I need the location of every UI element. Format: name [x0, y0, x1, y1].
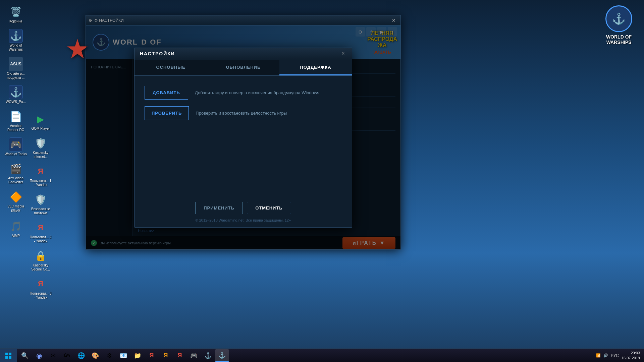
apply-button[interactable]: ПРИМЕНИТЬ [195, 202, 243, 214]
desktop: ★ 🗑️ Корзина ⚓ World of Warships ASUS Он… [0, 0, 644, 362]
taskbar-wot-button[interactable]: 🎮 [187, 349, 201, 362]
desktop-icon-yandex3[interactable]: Я Пользоват... 3 - Yandex [28, 276, 53, 301]
wows-large-title: WORLD OF WARSHIPS [597, 34, 641, 45]
dialog-divider [135, 190, 352, 190]
dialog-close-button[interactable]: × [340, 50, 346, 57]
taskbar-files-button[interactable]: 📁 [131, 349, 144, 362]
desktop-icon-yandex2[interactable]: Я Пользоват... 2 - Yandex [28, 219, 53, 245]
desktop-icon-asus[interactable]: ASUS Онлайн-р... продукта ... [3, 56, 28, 81]
desktop-icon-wows[interactable]: ⚓ World of Warships [3, 27, 28, 53]
mail-icon: ✉ [51, 352, 56, 359]
tab-osnovnie[interactable]: ОСНОВНЫЕ [135, 60, 207, 75]
wows-pu-label: WOWS_Pu... [6, 100, 25, 104]
taskbar-icons: 🔍 ◉ ✉ 🛍 🌐 🎨 ⚙ 📧 📁 [17, 349, 592, 362]
asus-label: Онлайн-р... продукта ... [5, 72, 27, 80]
launcher-settings-title: ⚙ НАСТРОЙКИ [94, 18, 124, 23]
desktop-icon-world-of-tanks[interactable]: 🎮 World of Tanks [3, 136, 28, 158]
store-icon: 🛍 [64, 352, 70, 359]
acrobat-icon: 📄 [9, 109, 23, 123]
settings-gear-icon: ⚙ [107, 352, 112, 359]
taskbar-wows1-button[interactable]: ⚓ [201, 349, 215, 362]
desktop-icon-vlc[interactable]: 🔶 VLC media player [3, 188, 28, 214]
taskbar-yandex2-button[interactable]: Я [159, 349, 172, 362]
kaspersky-icon: 🛡️ [34, 136, 48, 150]
yandex2-taskbar-icon: Я [164, 352, 168, 359]
yandex2-label: Пользоват... 2 - Yandex [30, 235, 52, 243]
svg-rect-1 [9, 353, 11, 355]
yandex-taskbar-icon: Я [150, 352, 154, 359]
add-button[interactable]: ДОБАВИТЬ [145, 86, 188, 100]
kaspersky-label: Kaspersky Internet... [30, 151, 52, 159]
taskbar: 🔍 ◉ ✉ 🛍 🌐 🎨 ⚙ 📧 📁 [0, 349, 644, 362]
dialog-body: ДОБАВИТЬ Добавить игру и лончер в исключ… [135, 76, 352, 183]
wows2-taskbar-icon: ⚓ [218, 352, 226, 359]
taskbar-mail-button[interactable]: ✉ [46, 349, 60, 362]
edge-icon: 🌐 [77, 352, 85, 359]
tab-podderzhka[interactable]: ПОДДЕРЖКА [279, 60, 352, 75]
taskbar-right: 📶 🔊 РУС 20:03 16.07.2019 [592, 351, 644, 360]
taskbar-clock[interactable]: 20:03 16.07.2019 [622, 351, 640, 360]
desktop-icon-gom[interactable]: ▶ GOM Player [28, 111, 53, 132]
yandex3-icon: Я [34, 277, 48, 291]
wows-pu-icon: ⚓ [9, 85, 23, 99]
paint-icon: 🎨 [92, 352, 99, 359]
acrobat-label: Acrobat Reader DC [5, 124, 27, 132]
desktop-icon-any-video[interactable]: 🎬 Any Video Converter [3, 160, 28, 186]
launcher-window: ⚙ ⚙ НАСТРОЙКИ — ✕ ⚓ WORL D OF ЛЕТНЯЯРАСП… [86, 15, 401, 250]
wows-desktop-label: World of Warships [5, 44, 27, 52]
kaspersky-secure-label: Kaspersky Secure Co... [30, 263, 52, 272]
bezopas-label: Безопасные платежи [30, 207, 52, 215]
launcher-titlebar: ⚙ ⚙ НАСТРОЙКИ — ✕ [86, 15, 400, 25]
taskbar-edge-button[interactable]: 🌐 [74, 349, 88, 362]
recycle-bin-label: Корзина [9, 19, 22, 23]
taskbar-store-button[interactable]: 🛍 [60, 349, 74, 362]
start-button[interactable] [0, 349, 17, 362]
taskbar-settings-button[interactable]: ⚙ [103, 349, 116, 362]
vlc-icon: 🔶 [9, 190, 23, 204]
add-description: Добавить игру и лончер в исключения бран… [195, 90, 319, 95]
taskbar-paint-button[interactable]: 🎨 [89, 349, 102, 362]
launcher-minimize-button[interactable]: — [380, 17, 388, 24]
vlc-label: VLC media player [5, 204, 27, 213]
kaspersky-secure-icon: 🔒 [34, 249, 48, 263]
desktop-icon-kaspersky[interactable]: 🛡️ Kaspersky Internet... [28, 135, 53, 160]
launcher-titlebar-controls: — ✕ [380, 17, 398, 24]
taskbar-email-button[interactable]: 📧 [117, 349, 130, 362]
desktop-icon-bezopas[interactable]: 🛡️ Безопасные платежи [28, 191, 53, 217]
bezopas-icon: 🛡️ [34, 192, 48, 206]
taskbar-wows2-button[interactable]: ⚓ [215, 349, 229, 362]
taskbar-volume-icon: 🔊 [603, 353, 608, 358]
asus-icon: ASUS [9, 57, 23, 71]
yandex3-label: Пользоват... 3 - Yandex [30, 292, 52, 300]
settings-dialog-overlay: НАСТРОЙКИ × ОСНОВНЫЕ ОБНОВЛЕНИЕ ПОДДЕРЖК… [86, 25, 400, 249]
desktop-icon-yandex1[interactable]: Я Пользоват... 1 - Yandex [28, 163, 53, 188]
wows-large-desktop-icon[interactable]: ⚓ WORLD OF WARSHIPS [597, 3, 641, 47]
desktop-icon-acrobat[interactable]: 📄 Acrobat Reader DC [3, 108, 28, 133]
aimp-icon: 🎵 [9, 219, 23, 233]
action-row-check: ПРОВЕРИТЬ Проверить и восстановить целос… [145, 106, 342, 120]
taskbar-yandex-button[interactable]: Я [145, 349, 158, 362]
launcher-titlebar-left: ⚙ ⚙ НАСТРОЙКИ [89, 18, 124, 23]
gom-label: GOM Player [31, 127, 50, 131]
taskbar-search-button[interactable]: 🔍 [18, 349, 32, 362]
desktop-icon-kaspersky-secure[interactable]: 🔒 Kaspersky Secure Co... [28, 247, 53, 273]
svg-rect-3 [9, 356, 11, 359]
desktop-icon-wows-pu[interactable]: ⚓ WOWS_Pu... [3, 84, 28, 105]
tab-obnovlenie[interactable]: ОБНОВЛЕНИЕ [207, 60, 279, 75]
taskbar-language[interactable]: РУС [611, 353, 619, 358]
aimp-label: AIMP [12, 234, 20, 238]
dialog-titlebar: НАСТРОЙКИ × [135, 48, 352, 60]
check-button[interactable]: ПРОВЕРИТЬ [145, 106, 189, 120]
folder-icon: 📁 [134, 352, 141, 359]
taskbar-time-value: 20:03 [622, 351, 640, 355]
desktop-icons-col2: 🎵 AIMP [3, 218, 28, 239]
gear-icon: ⚙ [89, 18, 92, 23]
copyright-text: © 2012–2018 Wargaming.net. Все права защ… [196, 218, 291, 222]
taskbar-cortana-button[interactable]: ◉ [32, 349, 46, 362]
taskbar-yandex3-button[interactable]: Я [173, 349, 186, 362]
launcher-close-button[interactable]: ✕ [390, 17, 398, 24]
desktop-icon-recycle-bin[interactable]: 🗑️ Корзина [3, 3, 28, 25]
dialog-footer-buttons: ПРИМЕНИТЬ ОТМЕНИТЬ [195, 202, 291, 214]
cancel-button[interactable]: ОТМЕНИТЬ [247, 202, 291, 214]
desktop-icon-aimp[interactable]: 🎵 AIMP [3, 218, 28, 239]
